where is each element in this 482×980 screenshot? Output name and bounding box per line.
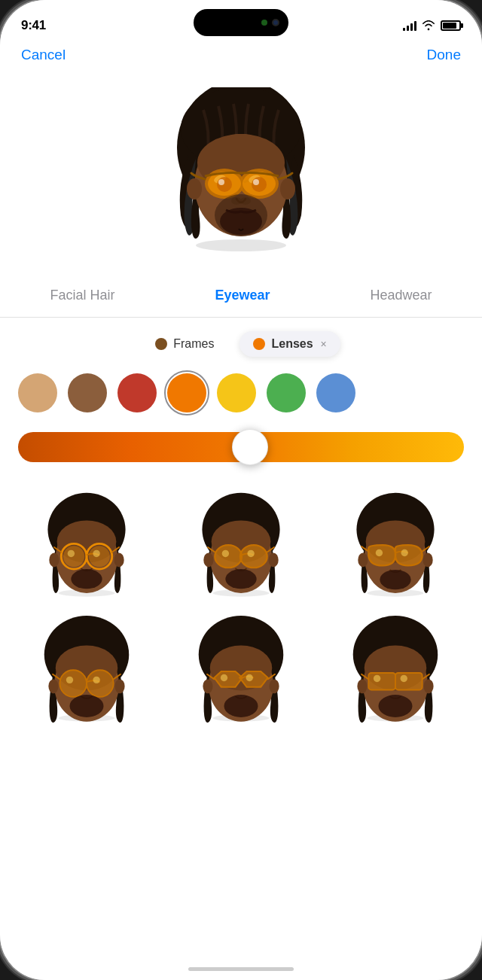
svg-point-31 — [71, 569, 102, 589]
battery-fill — [443, 23, 456, 29]
tab-eyewear[interactable]: Eyewear — [206, 285, 279, 306]
screen: 9:41 — [0, 0, 482, 980]
signal-icon — [403, 20, 416, 31]
memoji-cell-4[interactable] — [9, 610, 163, 735]
wifi-icon — [422, 20, 435, 31]
status-time: 9:41 — [21, 18, 46, 33]
svg-point-76 — [203, 679, 212, 693]
main-memoji-svg — [158, 87, 324, 253]
svg-point-68 — [114, 679, 124, 693]
svg-point-77 — [269, 679, 279, 693]
status-bar: 9:41 — [0, 0, 482, 41]
battery-icon — [441, 20, 461, 31]
memoji-thumb-6 — [339, 616, 452, 729]
memoji-thumb-3 — [339, 491, 452, 604]
dynamic-island-dot — [261, 20, 267, 26]
svg-point-29 — [67, 550, 74, 557]
memoji-thumb-2 — [185, 491, 297, 604]
svg-point-20 — [280, 178, 295, 199]
swatch-yellow[interactable] — [217, 373, 256, 412]
svg-point-43 — [247, 550, 254, 557]
phone-frame: 9:41 — [0, 0, 482, 980]
svg-point-13 — [218, 179, 224, 185]
tab-headwear[interactable]: Headwear — [361, 285, 441, 306]
customization-area: Frames Lenses × — [0, 318, 482, 735]
svg-rect-83 — [395, 673, 423, 690]
swatch-tan[interactable] — [18, 373, 57, 412]
svg-point-89 — [358, 679, 368, 693]
done-button[interactable]: Done — [427, 47, 461, 63]
color-swatches — [0, 366, 482, 420]
svg-point-86 — [374, 675, 380, 682]
svg-point-28 — [88, 546, 109, 567]
svg-point-14 — [253, 179, 259, 185]
dynamic-island — [194, 9, 288, 36]
svg-point-74 — [246, 674, 253, 681]
svg-point-90 — [424, 679, 434, 693]
memoji-cell-5[interactable] — [163, 610, 318, 735]
svg-point-30 — [93, 550, 99, 557]
svg-point-75 — [224, 695, 258, 717]
swatch-green[interactable] — [267, 373, 306, 412]
svg-point-88 — [379, 695, 413, 717]
avatar-preview — [0, 72, 482, 275]
memoji-cell-6[interactable] — [319, 610, 473, 735]
memoji-cell-2[interactable] — [163, 485, 318, 610]
svg-point-67 — [48, 679, 58, 693]
lenses-filter[interactable]: Lenses × — [239, 331, 340, 357]
cancel-button[interactable]: Cancel — [21, 47, 66, 63]
svg-point-64 — [66, 677, 72, 683]
svg-point-66 — [69, 695, 103, 717]
svg-point-44 — [225, 569, 256, 589]
memoji-cell-3[interactable] — [319, 485, 473, 610]
svg-rect-82 — [369, 673, 396, 690]
svg-point-27 — [63, 546, 84, 567]
svg-point-42 — [222, 550, 229, 557]
tab-bar: Facial Hair Eyewear Headwear — [0, 275, 482, 318]
frames-dot — [155, 338, 167, 350]
lenses-label: Lenses — [271, 337, 313, 351]
svg-point-51 — [376, 549, 383, 556]
svg-point-12 — [252, 177, 267, 192]
home-indicator — [188, 967, 294, 971]
status-icons — [403, 20, 461, 31]
svg-point-32 — [49, 553, 59, 568]
filter-row: Frames Lenses × — [0, 318, 482, 366]
memoji-thumb-5 — [185, 616, 297, 729]
svg-point-73 — [221, 674, 227, 681]
svg-point-54 — [358, 553, 368, 568]
svg-point-33 — [114, 553, 124, 568]
frames-filter[interactable]: Frames — [142, 331, 227, 357]
dynamic-island-camera — [272, 19, 279, 26]
main-memoji — [158, 87, 324, 253]
svg-point-19 — [187, 178, 202, 199]
memoji-grid — [0, 477, 482, 735]
lenses-close-icon[interactable]: × — [321, 338, 327, 350]
lenses-dot — [253, 338, 265, 350]
svg-point-55 — [423, 553, 433, 568]
swatch-orange[interactable] — [167, 373, 206, 412]
memoji-thumb-1 — [30, 491, 143, 604]
svg-point-53 — [380, 570, 411, 589]
swatch-blue[interactable] — [316, 373, 355, 412]
memoji-thumb-4 — [30, 616, 143, 729]
svg-point-0 — [196, 239, 286, 251]
memoji-cell-1[interactable] — [9, 485, 163, 610]
nav-bar: Cancel Done — [0, 41, 482, 72]
svg-point-52 — [401, 549, 408, 556]
svg-point-11 — [217, 177, 232, 192]
color-slider[interactable] — [18, 432, 464, 462]
svg-point-87 — [401, 675, 407, 682]
svg-point-45 — [203, 553, 213, 568]
swatch-brown[interactable] — [68, 373, 107, 412]
svg-point-46 — [269, 553, 279, 568]
swatch-red[interactable] — [117, 373, 157, 412]
slider-container — [0, 420, 482, 477]
svg-point-65 — [93, 677, 99, 683]
slider-thumb[interactable] — [232, 429, 268, 465]
frames-label: Frames — [173, 337, 214, 351]
tab-facial-hair[interactable]: Facial Hair — [41, 285, 124, 306]
